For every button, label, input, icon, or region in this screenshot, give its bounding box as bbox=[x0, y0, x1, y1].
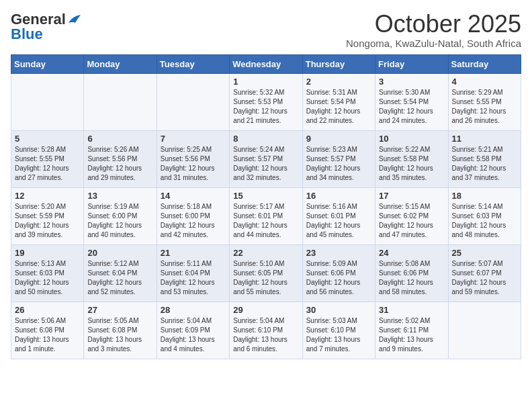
calendar-cell: 28Sunrise: 5:04 AM Sunset: 6:09 PM Dayli… bbox=[157, 302, 229, 359]
day-number: 23 bbox=[306, 248, 371, 258]
calendar-cell: 17Sunrise: 5:15 AM Sunset: 6:02 PM Dayli… bbox=[375, 187, 448, 244]
day-info: Sunrise: 5:06 AM Sunset: 6:08 PM Dayligh… bbox=[15, 316, 80, 354]
day-info: Sunrise: 5:13 AM Sunset: 6:03 PM Dayligh… bbox=[15, 259, 80, 297]
calendar-week-4: 26Sunrise: 5:06 AM Sunset: 6:08 PM Dayli… bbox=[11, 302, 521, 359]
day-info: Sunrise: 5:22 AM Sunset: 5:58 PM Dayligh… bbox=[379, 145, 444, 183]
calendar-cell: 10Sunrise: 5:22 AM Sunset: 5:58 PM Dayli… bbox=[375, 130, 448, 187]
day-info: Sunrise: 5:29 AM Sunset: 5:55 PM Dayligh… bbox=[452, 88, 517, 126]
day-number: 26 bbox=[15, 305, 80, 315]
day-number: 17 bbox=[379, 191, 444, 201]
calendar-cell: 2Sunrise: 5:31 AM Sunset: 5:54 PM Daylig… bbox=[302, 73, 375, 130]
calendar-cell: 22Sunrise: 5:10 AM Sunset: 6:05 PM Dayli… bbox=[230, 244, 302, 302]
calendar-cell bbox=[84, 73, 157, 130]
header-wednesday: Wednesday bbox=[230, 54, 302, 73]
day-number: 19 bbox=[15, 248, 80, 258]
calendar-cell: 20Sunrise: 5:12 AM Sunset: 6:04 PM Dayli… bbox=[84, 244, 157, 302]
day-number: 3 bbox=[379, 77, 444, 87]
header-sunday: Sunday bbox=[11, 54, 84, 73]
calendar-cell: 16Sunrise: 5:16 AM Sunset: 6:01 PM Dayli… bbox=[302, 187, 375, 244]
month-title: October 2025 bbox=[346, 11, 521, 38]
day-number: 13 bbox=[87, 191, 152, 201]
day-number: 2 bbox=[306, 77, 371, 87]
day-info: Sunrise: 5:26 AM Sunset: 5:56 PM Dayligh… bbox=[87, 145, 152, 183]
calendar-cell: 12Sunrise: 5:20 AM Sunset: 5:59 PM Dayli… bbox=[11, 187, 84, 244]
header-tuesday: Tuesday bbox=[157, 54, 229, 73]
calendar-cell: 1Sunrise: 5:32 AM Sunset: 5:53 PM Daylig… bbox=[230, 73, 302, 130]
day-number: 20 bbox=[87, 248, 152, 258]
day-info: Sunrise: 5:20 AM Sunset: 5:59 PM Dayligh… bbox=[15, 202, 80, 240]
day-info: Sunrise: 5:10 AM Sunset: 6:05 PM Dayligh… bbox=[233, 259, 298, 297]
calendar-cell: 4Sunrise: 5:29 AM Sunset: 5:55 PM Daylig… bbox=[448, 73, 521, 130]
day-info: Sunrise: 5:11 AM Sunset: 6:04 PM Dayligh… bbox=[161, 259, 226, 297]
calendar-week-2: 12Sunrise: 5:20 AM Sunset: 5:59 PM Dayli… bbox=[11, 187, 521, 244]
calendar-cell: 7Sunrise: 5:25 AM Sunset: 5:56 PM Daylig… bbox=[157, 130, 229, 187]
day-info: Sunrise: 5:25 AM Sunset: 5:56 PM Dayligh… bbox=[161, 145, 226, 183]
calendar-cell: 15Sunrise: 5:17 AM Sunset: 6:01 PM Dayli… bbox=[230, 187, 302, 244]
calendar-cell: 25Sunrise: 5:07 AM Sunset: 6:07 PM Dayli… bbox=[448, 244, 521, 302]
day-number: 21 bbox=[161, 248, 226, 258]
title-area: October 2025 Nongoma, KwaZulu-Natal, Sou… bbox=[346, 11, 521, 49]
day-info: Sunrise: 5:05 AM Sunset: 6:08 PM Dayligh… bbox=[87, 316, 152, 354]
calendar-cell: 29Sunrise: 5:04 AM Sunset: 6:10 PM Dayli… bbox=[230, 302, 302, 359]
day-number: 24 bbox=[379, 248, 444, 258]
day-info: Sunrise: 5:19 AM Sunset: 6:00 PM Dayligh… bbox=[87, 202, 152, 240]
day-info: Sunrise: 5:15 AM Sunset: 6:02 PM Dayligh… bbox=[379, 202, 444, 240]
day-info: Sunrise: 5:03 AM Sunset: 6:10 PM Dayligh… bbox=[306, 316, 371, 354]
calendar-cell: 19Sunrise: 5:13 AM Sunset: 6:03 PM Dayli… bbox=[11, 244, 84, 302]
calendar-cell: 23Sunrise: 5:09 AM Sunset: 6:06 PM Dayli… bbox=[302, 244, 375, 302]
day-number: 16 bbox=[306, 191, 371, 201]
day-info: Sunrise: 5:18 AM Sunset: 6:00 PM Dayligh… bbox=[161, 202, 226, 240]
calendar-cell: 30Sunrise: 5:03 AM Sunset: 6:10 PM Dayli… bbox=[302, 302, 375, 359]
day-number: 27 bbox=[87, 305, 152, 315]
day-number: 15 bbox=[233, 191, 298, 201]
calendar-week-3: 19Sunrise: 5:13 AM Sunset: 6:03 PM Dayli… bbox=[11, 244, 521, 302]
location: Nongoma, KwaZulu-Natal, South Africa bbox=[346, 38, 521, 49]
day-number: 1 bbox=[233, 77, 298, 87]
header-friday: Friday bbox=[375, 54, 448, 73]
header-monday: Monday bbox=[84, 54, 157, 73]
day-info: Sunrise: 5:30 AM Sunset: 5:54 PM Dayligh… bbox=[379, 88, 444, 126]
calendar-cell: 24Sunrise: 5:08 AM Sunset: 6:06 PM Dayli… bbox=[375, 244, 448, 302]
logo: General Blue bbox=[11, 11, 82, 43]
day-info: Sunrise: 5:08 AM Sunset: 6:06 PM Dayligh… bbox=[379, 259, 444, 297]
day-info: Sunrise: 5:28 AM Sunset: 5:55 PM Dayligh… bbox=[15, 145, 80, 183]
calendar-cell: 18Sunrise: 5:14 AM Sunset: 6:03 PM Dayli… bbox=[448, 187, 521, 244]
day-number: 30 bbox=[306, 305, 371, 315]
calendar-cell bbox=[11, 73, 84, 130]
calendar-week-0: 1Sunrise: 5:32 AM Sunset: 5:53 PM Daylig… bbox=[11, 73, 521, 130]
day-number: 10 bbox=[379, 134, 444, 144]
day-info: Sunrise: 5:24 AM Sunset: 5:57 PM Dayligh… bbox=[233, 145, 298, 183]
calendar-cell: 21Sunrise: 5:11 AM Sunset: 6:04 PM Dayli… bbox=[157, 244, 229, 302]
logo-blue-text: Blue bbox=[11, 26, 43, 43]
day-number: 22 bbox=[233, 248, 298, 258]
day-info: Sunrise: 5:23 AM Sunset: 5:57 PM Dayligh… bbox=[306, 145, 371, 183]
calendar-cell: 14Sunrise: 5:18 AM Sunset: 6:00 PM Dayli… bbox=[157, 187, 229, 244]
calendar-cell bbox=[157, 73, 229, 130]
calendar-cell: 9Sunrise: 5:23 AM Sunset: 5:57 PM Daylig… bbox=[302, 130, 375, 187]
calendar-cell: 5Sunrise: 5:28 AM Sunset: 5:55 PM Daylig… bbox=[11, 130, 84, 187]
header-row: SundayMondayTuesdayWednesdayThursdayFrid… bbox=[11, 54, 521, 73]
day-number: 12 bbox=[15, 191, 80, 201]
day-number: 25 bbox=[452, 248, 517, 258]
calendar-cell bbox=[448, 302, 521, 359]
day-info: Sunrise: 5:32 AM Sunset: 5:53 PM Dayligh… bbox=[233, 88, 298, 126]
logo-bird-icon bbox=[67, 13, 82, 26]
day-info: Sunrise: 5:21 AM Sunset: 5:58 PM Dayligh… bbox=[452, 145, 517, 183]
day-number: 5 bbox=[15, 134, 80, 144]
calendar-cell: 27Sunrise: 5:05 AM Sunset: 6:08 PM Dayli… bbox=[84, 302, 157, 359]
calendar-cell: 11Sunrise: 5:21 AM Sunset: 5:58 PM Dayli… bbox=[448, 130, 521, 187]
calendar-cell: 31Sunrise: 5:02 AM Sunset: 6:11 PM Dayli… bbox=[375, 302, 448, 359]
calendar-week-1: 5Sunrise: 5:28 AM Sunset: 5:55 PM Daylig… bbox=[11, 130, 521, 187]
day-number: 28 bbox=[161, 305, 226, 315]
calendar-cell: 13Sunrise: 5:19 AM Sunset: 6:00 PM Dayli… bbox=[84, 187, 157, 244]
day-info: Sunrise: 5:09 AM Sunset: 6:06 PM Dayligh… bbox=[306, 259, 371, 297]
day-info: Sunrise: 5:16 AM Sunset: 6:01 PM Dayligh… bbox=[306, 202, 371, 240]
calendar-cell: 6Sunrise: 5:26 AM Sunset: 5:56 PM Daylig… bbox=[84, 130, 157, 187]
day-number: 11 bbox=[452, 134, 517, 144]
page-header: General Blue October 2025 Nongoma, KwaZu… bbox=[11, 11, 521, 49]
day-number: 6 bbox=[87, 134, 152, 144]
day-info: Sunrise: 5:17 AM Sunset: 6:01 PM Dayligh… bbox=[233, 202, 298, 240]
day-info: Sunrise: 5:31 AM Sunset: 5:54 PM Dayligh… bbox=[306, 88, 371, 126]
day-info: Sunrise: 5:07 AM Sunset: 6:07 PM Dayligh… bbox=[452, 259, 517, 297]
day-number: 7 bbox=[161, 134, 226, 144]
